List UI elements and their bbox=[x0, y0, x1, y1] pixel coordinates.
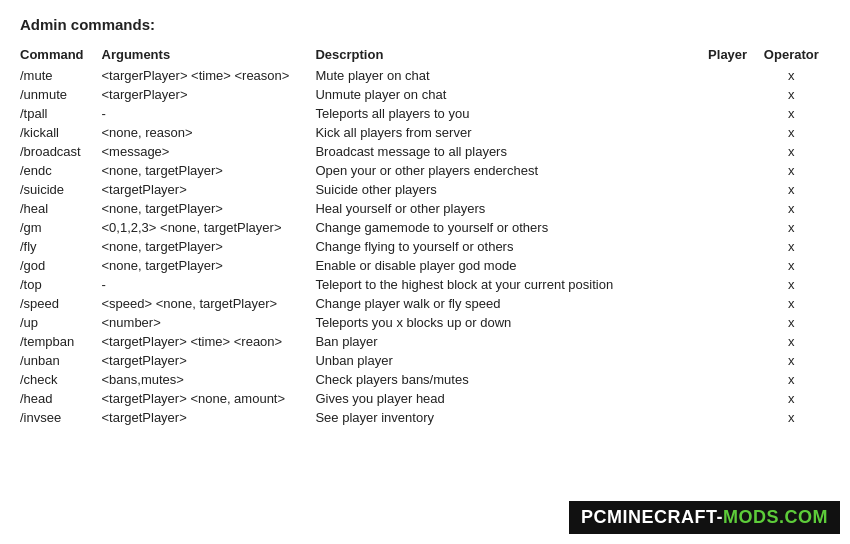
table-row: /heal<none, targetPlayer>Heal yourself o… bbox=[20, 199, 830, 218]
cell-description: Enable or disable player god mode bbox=[315, 256, 702, 275]
cell-command: /unmute bbox=[20, 85, 102, 104]
cell-player bbox=[703, 275, 759, 294]
cell-operator: x bbox=[759, 85, 830, 104]
table-row: /top-Teleport to the highest block at yo… bbox=[20, 275, 830, 294]
cell-player bbox=[703, 123, 759, 142]
cell-command: /tpall bbox=[20, 104, 102, 123]
cell-description: Unban player bbox=[315, 351, 702, 370]
cell-arguments: <targetPlayer> <none, amount> bbox=[102, 389, 316, 408]
cell-operator: x bbox=[759, 389, 830, 408]
cell-operator: x bbox=[759, 332, 830, 351]
table-row: /tpall-Teleports all players to youx bbox=[20, 104, 830, 123]
cell-operator: x bbox=[759, 104, 830, 123]
table-row: /kickall<none, reason>Kick all players f… bbox=[20, 123, 830, 142]
cell-description: Gives you player head bbox=[315, 389, 702, 408]
cell-player bbox=[703, 218, 759, 237]
header-description: Descrption bbox=[315, 45, 702, 66]
cell-player bbox=[703, 408, 759, 427]
cell-player bbox=[703, 294, 759, 313]
cell-arguments: <none, targetPlayer> bbox=[102, 237, 316, 256]
cell-description: Mute player on chat bbox=[315, 66, 702, 85]
cell-command: /head bbox=[20, 389, 102, 408]
cell-command: /broadcast bbox=[20, 142, 102, 161]
cell-description: Open your or other players enderchest bbox=[315, 161, 702, 180]
cell-command: /suicide bbox=[20, 180, 102, 199]
cell-description: Teleports you x blocks up or down bbox=[315, 313, 702, 332]
cell-description: Change player walk or fly speed bbox=[315, 294, 702, 313]
header-command: Command bbox=[20, 45, 102, 66]
cell-arguments: <targetPlayer> bbox=[102, 180, 316, 199]
cell-operator: x bbox=[759, 370, 830, 389]
cell-player bbox=[703, 351, 759, 370]
cell-player bbox=[703, 180, 759, 199]
cell-description: Teleport to the highest block at your cu… bbox=[315, 275, 702, 294]
cell-arguments: - bbox=[102, 104, 316, 123]
cell-operator: x bbox=[759, 408, 830, 427]
cell-operator: x bbox=[759, 237, 830, 256]
cell-arguments: <none, targetPlayer> bbox=[102, 161, 316, 180]
cell-description: Ban player bbox=[315, 332, 702, 351]
cell-arguments: <none, targetPlayer> bbox=[102, 199, 316, 218]
cell-player bbox=[703, 256, 759, 275]
header-operator: Operator bbox=[759, 45, 830, 66]
cell-player bbox=[703, 104, 759, 123]
cell-operator: x bbox=[759, 123, 830, 142]
cell-arguments: <bans,mutes> bbox=[102, 370, 316, 389]
cell-operator: x bbox=[759, 161, 830, 180]
cell-operator: x bbox=[759, 66, 830, 85]
table-row: /check<bans,mutes>Check players bans/mut… bbox=[20, 370, 830, 389]
cell-arguments: <none, reason> bbox=[102, 123, 316, 142]
cell-command: /up bbox=[20, 313, 102, 332]
cell-arguments: <message> bbox=[102, 142, 316, 161]
cell-description: Broadcast message to all players bbox=[315, 142, 702, 161]
cell-command: /kickall bbox=[20, 123, 102, 142]
watermark-suffix: MODS.COM bbox=[723, 507, 828, 527]
cell-command: /top bbox=[20, 275, 102, 294]
cell-description: Unmute player on chat bbox=[315, 85, 702, 104]
table-row: /mute<targerPlayer> <time> <reason>Mute … bbox=[20, 66, 830, 85]
table-row: /head<targetPlayer> <none, amount>Gives … bbox=[20, 389, 830, 408]
cell-operator: x bbox=[759, 180, 830, 199]
cell-description: Kick all players from server bbox=[315, 123, 702, 142]
cell-command: /speed bbox=[20, 294, 102, 313]
watermark-prefix: PCMINECRAFT- bbox=[581, 507, 723, 527]
cell-operator: x bbox=[759, 294, 830, 313]
cell-operator: x bbox=[759, 351, 830, 370]
cell-player bbox=[703, 237, 759, 256]
cell-command: /invsee bbox=[20, 408, 102, 427]
cell-command: /mute bbox=[20, 66, 102, 85]
cell-arguments: <targetPlayer> bbox=[102, 351, 316, 370]
table-row: /speed<speed> <none, targetPlayer>Change… bbox=[20, 294, 830, 313]
table-row: /endc<none, targetPlayer>Open your or ot… bbox=[20, 161, 830, 180]
page-title: Admin commands: bbox=[20, 16, 830, 33]
table-row: /unban<targetPlayer>Unban playerx bbox=[20, 351, 830, 370]
cell-description: Heal yourself or other players bbox=[315, 199, 702, 218]
cell-command: /god bbox=[20, 256, 102, 275]
cell-arguments: <0,1,2,3> <none, targetPlayer> bbox=[102, 218, 316, 237]
table-row: /tempban<targetPlayer> <time> <reaon>Ban… bbox=[20, 332, 830, 351]
cell-command: /gm bbox=[20, 218, 102, 237]
cell-operator: x bbox=[759, 199, 830, 218]
table-row: /unmute<targerPlayer>Unmute player on ch… bbox=[20, 85, 830, 104]
cell-description: See player inventory bbox=[315, 408, 702, 427]
table-header-row: Command Arguments Descrption Player Oper… bbox=[20, 45, 830, 66]
cell-player bbox=[703, 199, 759, 218]
table-row: /invsee<targetPlayer>See player inventor… bbox=[20, 408, 830, 427]
cell-player bbox=[703, 142, 759, 161]
table-row: /suicide<targetPlayer>Suicide other play… bbox=[20, 180, 830, 199]
cell-command: /fly bbox=[20, 237, 102, 256]
cell-description: Check players bans/mutes bbox=[315, 370, 702, 389]
cell-operator: x bbox=[759, 313, 830, 332]
watermark: PCMINECRAFT-MODS.COM bbox=[569, 501, 840, 534]
header-player: Player bbox=[703, 45, 759, 66]
table-row: /up<number>Teleports you x blocks up or … bbox=[20, 313, 830, 332]
cell-command: /heal bbox=[20, 199, 102, 218]
cell-player bbox=[703, 313, 759, 332]
header-arguments: Arguments bbox=[102, 45, 316, 66]
cell-arguments: <targetPlayer> bbox=[102, 408, 316, 427]
cell-player bbox=[703, 332, 759, 351]
cell-arguments: <targerPlayer> <time> <reason> bbox=[102, 66, 316, 85]
table-row: /gm<0,1,2,3> <none, targetPlayer>Change … bbox=[20, 218, 830, 237]
cell-description: Change gamemode to yourself or others bbox=[315, 218, 702, 237]
cell-description: Suicide other players bbox=[315, 180, 702, 199]
